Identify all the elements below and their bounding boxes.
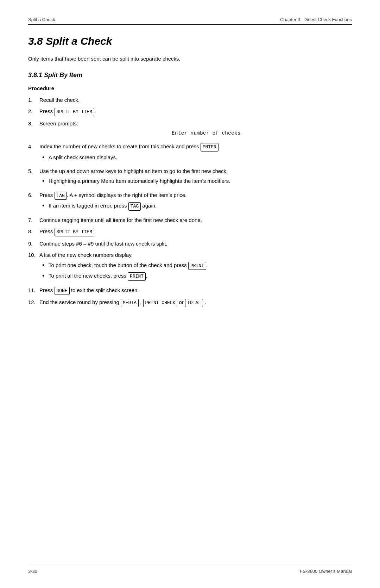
step-12-number: 12. — [28, 298, 39, 307]
step-1-number: 1. — [28, 96, 39, 104]
bullet-dot: • — [42, 202, 49, 210]
step-8-key: SPLIT BY ITEM — [55, 228, 94, 236]
step-3-number: 3. — [28, 120, 39, 140]
step-10-bullets: • To print one check, touch the button o… — [42, 261, 352, 281]
bullet-dot: • — [42, 177, 49, 185]
step-10-bullet-2: • To print all the new checks, press PRI… — [42, 272, 352, 281]
step-11: 11. Press DONE to exit the split check s… — [28, 286, 352, 295]
bullet-dot: • — [42, 154, 49, 162]
step-6-bullet-key: TAG — [128, 202, 141, 211]
step-12-key3: TOTAL — [185, 299, 203, 307]
step-3-text: Screen prompts: — [39, 120, 78, 126]
step-10-bullet-1: • To print one check, touch the button o… — [42, 261, 352, 270]
footer-right: FS-3600 Owner’s Manual — [300, 569, 352, 574]
step-6: 6. Press TAG. A + symbol displays to the… — [28, 191, 352, 213]
step-4-number: 4. — [28, 143, 39, 164]
step-4-key: ENTER — [201, 143, 218, 151]
step-5-content: Use the up and down arrow keys to highli… — [39, 167, 352, 188]
step-6-bullets: • If an item is tagged in error, press T… — [42, 202, 352, 211]
step-6-key: TAG — [55, 192, 67, 200]
step-1: 1. Recall the check. — [28, 96, 352, 104]
chapter-title: 3.8 Split a Check — [28, 35, 352, 47]
step-9-content: Continue steps #6 – #9 until the last ne… — [39, 240, 352, 248]
step-8: 8. Press SPLIT BY ITEM. — [28, 228, 352, 236]
header-right: Chapter 3 - Guest Check Functions — [280, 17, 352, 22]
page-footer: 3-30 FS-3600 Owner’s Manual — [28, 565, 352, 574]
procedure-label: Procedure — [28, 85, 352, 91]
step-12-text-after-before-key3: or — [177, 299, 185, 305]
step-12-text-before: End the service round by pressing — [39, 299, 121, 305]
step-2-content: Press SPLIT BY ITEM. — [39, 107, 352, 116]
steps-list: 1. Recall the check. 2. Press SPLIT BY I… — [28, 96, 352, 307]
step-9-number: 9. — [28, 240, 39, 248]
step-2-key: SPLIT BY ITEM — [55, 108, 94, 116]
step-3: 3. Screen prompts: Enter number of check… — [28, 120, 352, 140]
step-5: 5. Use the up and down arrow keys to hig… — [28, 167, 352, 188]
footer-left: 3-30 — [28, 569, 37, 574]
step-10-content: A list of the new check numbers display.… — [39, 251, 352, 283]
step-5-number: 5. — [28, 167, 39, 188]
step-7: 7. Continue tagging items until all item… — [28, 216, 352, 224]
step-8-content: Press SPLIT BY ITEM. — [39, 228, 352, 236]
step-6-text-before: Press — [39, 192, 55, 198]
step-2-text-after: . — [94, 108, 96, 114]
step-10-number: 10. — [28, 251, 39, 283]
step-10-text: A list of the new check numbers display. — [39, 252, 133, 258]
step-2-number: 2. — [28, 107, 39, 116]
step-3-content: Screen prompts: Enter number of checks — [39, 120, 352, 140]
step-11-number: 11. — [28, 286, 39, 295]
step-11-key: DONE — [55, 287, 70, 295]
step-6-content: Press TAG. A + symbol displays to the ri… — [39, 191, 352, 213]
step-5-bullet-1: • Highlighting a primary Menu Item autom… — [42, 177, 352, 185]
step-6-bullet-1-text: If an item is tagged in error, press TAG… — [49, 202, 157, 211]
step-8-text-before: Press — [39, 228, 55, 234]
step-4-text-after: . — [218, 143, 220, 149]
step-12-content: End the service round by pressing MEDIA … — [39, 298, 352, 307]
step-12: 12. End the service round by pressing ME… — [28, 298, 352, 307]
step-12-text-after: . — [203, 299, 206, 305]
step-4-content: Index the number of new checks to create… — [39, 143, 352, 164]
step-4-bullet-1-text: A split check screen displays. — [49, 154, 117, 162]
step-11-content: Press DONE to exit the split check scree… — [39, 286, 352, 295]
step-4-bullets: • A split check screen displays. — [42, 154, 352, 162]
bullet-dot: • — [42, 272, 49, 280]
step-7-number: 7. — [28, 216, 39, 224]
step-10: 10. A list of the new check numbers disp… — [28, 251, 352, 283]
page-header: Split a Check Chapter 3 - Guest Check Fu… — [28, 17, 352, 25]
step-4-text-before: Index the number of new checks to create… — [39, 143, 201, 149]
section-heading-381: 3.8.1 Split By Item — [28, 72, 352, 79]
step-5-text: Use the up and down arrow keys to highli… — [39, 168, 228, 174]
step-1-content: Recall the check. — [39, 96, 352, 104]
step-5-bullets: • Highlighting a primary Menu Item autom… — [42, 177, 352, 185]
step-9: 9. Continue steps #6 – #9 until the last… — [28, 240, 352, 248]
step-1-text: Recall the check. — [39, 97, 80, 103]
step-7-content: Continue tagging items until all items f… — [39, 216, 352, 224]
step-10-bullet-1-text: To print one check, touch the button of … — [49, 261, 208, 270]
step-9-text: Continue steps #6 – #9 until the last ne… — [39, 241, 167, 247]
step-4-bullet-1: • A split check screen displays. — [42, 154, 352, 162]
step-10-bullet-1-key: PRINT — [188, 262, 206, 270]
step-11-text-before: Press — [39, 287, 55, 293]
step-12-key1: MEDIA — [121, 299, 139, 307]
header-left: Split a Check — [28, 17, 55, 22]
step-8-number: 8. — [28, 228, 39, 236]
step-10-bullet-2-text: To print all the new checks, press PRINT… — [49, 272, 147, 281]
step-2: 2. Press SPLIT BY ITEM. — [28, 107, 352, 116]
step-4: 4. Index the number of new checks to cre… — [28, 143, 352, 164]
step-6-text-after: . A + symbol displays to the right of th… — [67, 192, 186, 198]
step-12-separator: , — [139, 299, 143, 305]
step-8-text-after: . — [94, 228, 96, 234]
screen-prompt: Enter number of checks — [61, 130, 352, 137]
step-5-bullet-1-text: Highlighting a primary Menu Item automat… — [49, 177, 230, 185]
step-10-bullet-2-key: PRINT — [128, 272, 146, 281]
step-11-text-after: to exit the split check screen. — [70, 287, 139, 293]
bullet-dot: • — [42, 261, 49, 270]
step-2-text-before: Press — [39, 108, 55, 114]
step-12-key2: PRINT CHECK — [143, 299, 178, 307]
step-6-number: 6. — [28, 191, 39, 213]
intro-paragraph: Only items that have been sent can be sp… — [28, 55, 352, 63]
step-7-text: Continue tagging items until all items f… — [39, 217, 202, 223]
step-6-bullet-1: • If an item is tagged in error, press T… — [42, 202, 352, 211]
page-container: Split a Check Chapter 3 - Guest Check Fu… — [0, 0, 380, 588]
